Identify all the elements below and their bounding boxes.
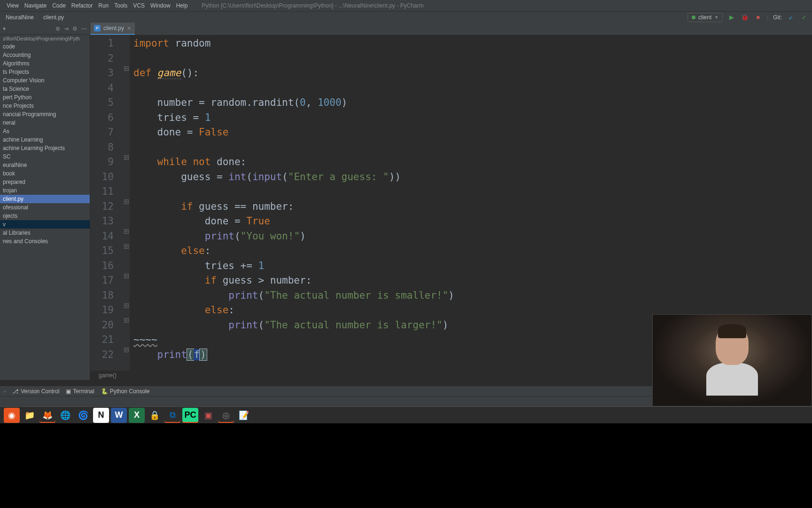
tree-item[interactable]: pert Python (0, 93, 90, 102)
taskbar-edge-icon[interactable]: 🌀 (75, 408, 91, 423)
menu-run[interactable]: Run (95, 2, 111, 9)
tree-item[interactable]: nes and Consoles (0, 237, 90, 246)
taskbar-notion-icon[interactable]: N (93, 408, 109, 423)
tree-item[interactable]: ojects (0, 212, 90, 220)
tree-item[interactable]: Accounting (0, 51, 90, 59)
navigation-bar: NeuralNine 〉 client.py client ▼ ▶ 🐞 ■ | … (0, 11, 812, 23)
tree-item[interactable]: code (0, 42, 90, 51)
editor-tab-client[interactable]: P client.py ✕ (90, 23, 135, 35)
taskbar-chrome-icon[interactable]: 🌐 (57, 408, 73, 423)
code-line[interactable]: tries += 1 (133, 259, 812, 274)
taskbar-files-icon[interactable]: 📁 (22, 408, 38, 423)
code-line[interactable]: while not done: (133, 155, 812, 170)
code-line[interactable]: else: (133, 244, 812, 259)
taskbar-firefox-icon[interactable]: 🦊 (39, 408, 55, 423)
tree-item[interactable]: v (0, 220, 90, 229)
tree-item[interactable]: book (0, 169, 90, 178)
fold-marker-icon[interactable]: − (124, 348, 129, 352)
tree-item[interactable]: ts Projects (0, 68, 90, 76)
taskbar-security-icon[interactable]: 🔒 (147, 408, 163, 423)
fold-column: − − − − − − − − − (124, 35, 130, 371)
breadcrumb-file[interactable]: client.py (41, 14, 66, 21)
taskbar-pycharm-icon[interactable]: PC (182, 408, 198, 423)
taskbar-excel-icon[interactable]: X (129, 408, 145, 423)
menu-view[interactable]: View (4, 2, 22, 9)
fold-marker-icon[interactable]: − (124, 66, 129, 71)
code-line[interactable]: done = True (133, 214, 812, 229)
branch-icon: ⎇ (12, 388, 19, 395)
tree-item[interactable]: Algorithms (0, 59, 90, 68)
taskbar-word-icon[interactable]: W (111, 408, 127, 423)
tree-item[interactable]: euralNine (0, 161, 90, 169)
code-line[interactable]: print("The actual number is smaller!") (133, 288, 812, 303)
fold-marker-icon[interactable]: − (124, 244, 129, 249)
editor-tab-bar: P client.py ✕ (90, 23, 812, 35)
tree-item[interactable]: al Libraries (0, 229, 90, 237)
tree-item[interactable]: client.py (0, 195, 90, 203)
taskbar-app-icon[interactable]: ▣ (200, 408, 216, 423)
menu-navigate[interactable]: Navigate (22, 2, 49, 9)
menu-tools[interactable]: Tools (111, 2, 130, 9)
fold-marker-icon[interactable]: − (124, 303, 129, 308)
code-line[interactable]: import random (133, 36, 812, 51)
menu-refactor[interactable]: Refactor (69, 2, 95, 9)
close-tab-icon[interactable]: ✕ (127, 25, 131, 32)
code-line[interactable]: tries = 1 (133, 111, 812, 126)
hide-icon[interactable]: — (81, 25, 87, 32)
tree-item[interactable]: prepared (0, 178, 90, 186)
tree-item[interactable]: nancial Programming (0, 110, 90, 119)
tree-item[interactable]: achine Learning (0, 135, 90, 144)
taskbar-obs-icon[interactable]: ◎ (218, 408, 234, 423)
tree-item[interactable]: SC (0, 152, 90, 161)
taskbar-vscode-icon[interactable]: ⧉ (164, 408, 180, 423)
git-commit-icon[interactable]: ✓ (800, 13, 808, 22)
tree-item[interactable]: achine Learning Projects (0, 144, 90, 152)
terminal-button[interactable]: ▣ Terminal (66, 388, 94, 395)
tree-item[interactable]: ofessional (0, 203, 90, 212)
menu-code[interactable]: Code (49, 2, 69, 9)
taskbar-ubuntu-icon[interactable]: ◉ (4, 408, 20, 423)
code-line[interactable]: def game(): (133, 66, 812, 81)
run-button[interactable]: ▶ (727, 13, 736, 22)
run-configuration-selector[interactable]: client ▼ (687, 13, 723, 22)
code-line[interactable] (133, 51, 812, 66)
tool-window-icon[interactable]: ▫ (4, 388, 6, 395)
code-line[interactable]: number = random.randint(0, 1000) (133, 95, 812, 111)
tree-root-path[interactable]: s\flori\Desktop\Programming\Pyth (0, 35, 90, 42)
project-tree[interactable]: s\flori\Desktop\Programming\Pyth codeAcc… (0, 35, 90, 380)
tree-item[interactable]: trojan (0, 186, 90, 195)
menu-vcs[interactable]: VCS (130, 2, 148, 9)
code-line[interactable]: if guess == number: (133, 199, 812, 214)
gear-icon[interactable]: ⚙ (72, 25, 78, 32)
stop-button[interactable]: ■ (754, 13, 762, 22)
tree-item[interactable]: nce Projects (0, 102, 90, 110)
separator: | (767, 14, 768, 21)
menu-help[interactable]: Help (173, 2, 191, 9)
version-control-button[interactable]: ⎇ Version Control (12, 388, 59, 395)
code-line[interactable]: print("You won!") (133, 229, 812, 244)
project-dropdown-icon[interactable]: ▾ (3, 25, 6, 32)
code-line[interactable]: if guess > number: (133, 273, 812, 288)
tree-item[interactable]: As (0, 127, 90, 135)
python-console-button[interactable]: 🐍 Python Console (101, 388, 150, 395)
code-line[interactable] (133, 184, 812, 199)
tree-item[interactable]: ta Science (0, 85, 90, 93)
debug-button[interactable]: 🐞 (741, 13, 749, 22)
fold-marker-icon[interactable]: − (124, 318, 129, 323)
collapse-icon[interactable]: ⇥ (64, 25, 69, 32)
fold-marker-icon[interactable]: − (124, 274, 129, 278)
fold-marker-icon[interactable]: − (124, 229, 129, 234)
code-line[interactable] (133, 81, 812, 96)
code-line[interactable]: guess = int(input("Enter a guess: ")) (133, 170, 812, 185)
target-icon[interactable]: ⊕ (55, 25, 60, 32)
tree-item[interactable]: neral (0, 119, 90, 127)
git-update-icon[interactable]: ↙ (787, 13, 795, 22)
menu-window[interactable]: Window (148, 2, 173, 9)
tree-item[interactable]: Computer Vision (0, 76, 90, 85)
taskbar-notes-icon[interactable]: 📝 (236, 408, 252, 423)
breadcrumb-root[interactable]: NeuralNine (4, 14, 36, 21)
fold-marker-icon[interactable]: − (124, 155, 129, 160)
code-line[interactable]: done = False (133, 125, 812, 140)
fold-marker-icon[interactable]: − (124, 199, 129, 204)
code-line[interactable] (133, 140, 812, 155)
